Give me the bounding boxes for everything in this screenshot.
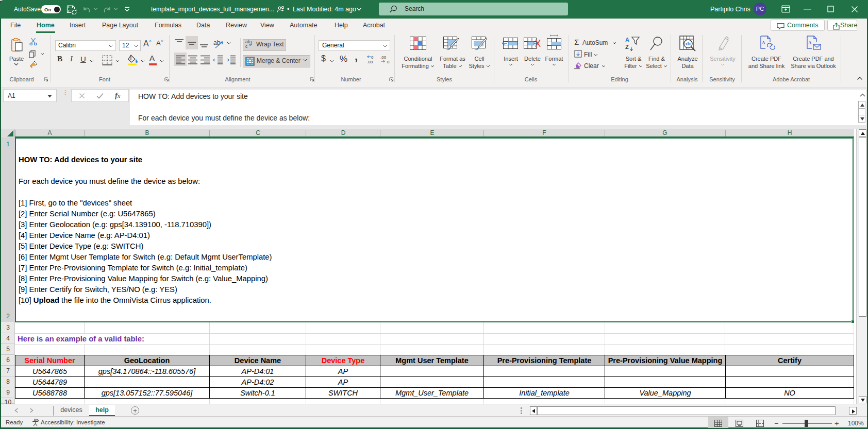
svg-text:A: A [625,37,629,43]
svg-text:0: 0 [371,55,374,60]
svg-text:Z: Z [625,44,629,50]
svg-text:.00: .00 [380,55,387,60]
svg-text:ab: ab [213,39,221,46]
svg-text:0: 0 [387,60,390,64]
svg-text:A: A [808,40,812,45]
svg-text:c: c [245,44,248,48]
svg-text:A: A [762,40,765,45]
svg-text:.00: .00 [367,60,373,64]
